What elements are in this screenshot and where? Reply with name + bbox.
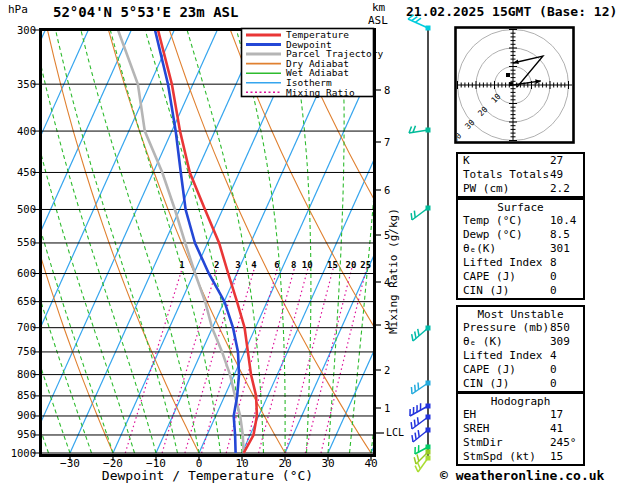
mixing-ratio-label: 4 [251, 260, 257, 270]
row-value: 2.2 [550, 182, 570, 196]
wet-adiabat-line [371, 30, 422, 453]
temp-tick-label: −10 [146, 457, 166, 470]
row-value: 8 [550, 256, 557, 270]
row-value: 4 [550, 349, 557, 363]
table-row: CAPE (J)0 [458, 363, 583, 377]
pressure-tick-label: 950 [17, 428, 36, 440]
mixing-ratio-label: 1 [179, 260, 184, 270]
isotherm-line [0, 30, 2, 453]
row-label: K [463, 154, 470, 167]
row-value: 309 [550, 335, 570, 349]
row-label: CAPE (J) [463, 363, 516, 376]
wind-barb [408, 15, 428, 28]
wind-barb-marker [426, 326, 431, 331]
row-label: StmDir [463, 436, 503, 449]
table-row: Lifted Index4 [458, 349, 583, 363]
row-label: Totals Totals [463, 168, 549, 181]
table-row: EH17 [458, 408, 583, 422]
mixing-ratio-label: 15 [327, 260, 338, 270]
row-value: 41 [550, 422, 563, 436]
row-value: 8.5 [550, 228, 570, 242]
wind-barb [411, 208, 428, 220]
temp-tick-label: −30 [60, 457, 80, 470]
table-row: SREH41 [458, 422, 583, 436]
table-row: θₑ (K)309 [458, 335, 583, 349]
row-label: CIN (J) [463, 377, 509, 390]
pressure-tick-label: 1000 [11, 447, 36, 459]
isotherm-line [0, 30, 88, 453]
row-label: Dewp (°C) [463, 228, 523, 241]
table-row: CIN (J)0 [458, 284, 583, 298]
row-value: 49 [550, 168, 563, 182]
pressure-tick-label: 800 [17, 368, 36, 380]
table-row: Dewp (°C)8.5 [458, 228, 583, 242]
km-tick-label: 5 [384, 229, 390, 241]
pressure-tick-label: 450 [17, 166, 36, 178]
wet-adiabat-line [33, 30, 156, 453]
row-label: Lifted Index [463, 256, 542, 269]
wind-barb-marker [426, 404, 431, 409]
wind-barb-marker [426, 206, 431, 211]
row-label: θₑ (K) [463, 335, 503, 348]
row-label: Lifted Index [463, 349, 542, 362]
table-title: Surface [458, 200, 583, 214]
wind-barb-column [408, 15, 431, 472]
wind-barb-marker [426, 381, 431, 386]
row-value: 0 [550, 284, 557, 298]
table-row: StmSpd (kt)15 [458, 450, 583, 464]
table-row: θₑ(K)301 [458, 242, 583, 256]
temp-tick-label: 0 [196, 457, 203, 470]
mixing-ratio-line [202, 268, 255, 453]
mixing-ratio-label: 2 [214, 260, 219, 270]
row-label: CIN (J) [463, 284, 509, 297]
row-value: 0 [550, 363, 557, 377]
chart-legend: TemperatureDewpointParcel TrajectoryDry … [242, 29, 384, 98]
km-tick-label: 8 [384, 84, 390, 96]
mixing-ratio-line [259, 268, 309, 453]
row-label: EH [463, 408, 476, 421]
wet-adiabat-line [0, 30, 91, 453]
wind-barb-marker [426, 428, 431, 433]
row-value: 0 [550, 270, 557, 284]
row-label: SREH [463, 422, 490, 435]
km-tick-label: 7 [384, 136, 390, 148]
temp-tick-label: 20 [278, 457, 291, 470]
mixing-ratio-label: 6 [274, 260, 279, 270]
wind-barb-marker [426, 445, 431, 450]
table-row: Lifted Index8 [458, 256, 583, 270]
wind-barb-marker [426, 128, 431, 133]
row-value: 245° [550, 436, 577, 450]
pressure-tick-label: 300 [17, 24, 36, 36]
temp-tick-label: −20 [103, 457, 123, 470]
wind-barb-marker [426, 450, 431, 455]
wet-adiabat-line [393, 30, 454, 453]
km-tick-label: 3 [384, 319, 390, 331]
pressure-tick-label: 900 [17, 409, 36, 421]
wet-adiabat-line [0, 30, 6, 453]
km-tick-label: 2 [384, 364, 390, 376]
hodograph-point-marker [506, 73, 510, 77]
km-tick-label: 6 [384, 184, 390, 196]
temp-tick-label: 30 [321, 457, 334, 470]
mixing-ratio-label: 8 [291, 260, 296, 270]
table-row: Pressure (mb)850 [458, 321, 583, 335]
mixing-ratio-label: 3 [235, 260, 240, 270]
row-label: CAPE (J) [463, 270, 516, 283]
pressure-tick-label: 850 [17, 389, 36, 401]
skewt-sounding-app: hPa 52°04'N 5°53'E 23m ASL km ASL 21.02.… [0, 0, 629, 486]
wind-barb-marker [426, 26, 431, 31]
pressure-tick-label: 500 [17, 203, 36, 215]
row-value: 10.4 [550, 214, 577, 228]
table-row: Temp (°C)10.4 [458, 214, 583, 228]
pressure-tick-label: 750 [17, 345, 36, 357]
temp-tick-label: 40 [364, 457, 377, 470]
hodograph-plot: 10203040 [450, 28, 573, 145]
stats-table-hodograph: HodographEH17SREH41StmDir245°StmSpd (kt)… [456, 392, 585, 466]
table-row: Totals Totals49 [458, 168, 583, 182]
pressure-tick-label: 400 [17, 125, 36, 137]
legend-label: Mixing Ratio [286, 87, 355, 98]
row-value: 17 [550, 408, 563, 422]
row-label: θₑ(K) [463, 242, 496, 255]
mixing-ratio-line [125, 268, 182, 453]
wet-adiabat-line [56, 30, 178, 453]
